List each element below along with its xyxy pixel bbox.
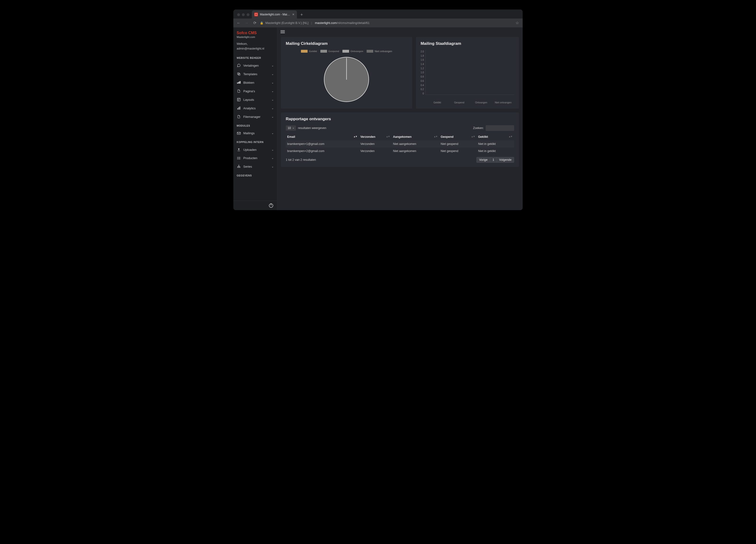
chevron-down-icon: ⌄ [272, 148, 274, 151]
tab-close-icon[interactable]: ✕ [292, 13, 295, 16]
chevron-down-icon: ⌄ [272, 107, 274, 110]
table-header[interactable]: Aangekomen▲▼ [392, 133, 439, 140]
new-tab-button[interactable]: + [298, 11, 305, 18]
sidebar-item-blokken[interactable]: Blokken⌄ [233, 78, 277, 87]
ytick: 2.0 [421, 50, 424, 53]
pager-prev[interactable]: Vorige [476, 157, 490, 163]
svg-rect-10 [240, 106, 240, 110]
chevron-down-icon: ⌄ [272, 73, 274, 76]
sidebar-item-label: Templates [243, 72, 257, 76]
ytick: 0.4 [421, 84, 424, 87]
col-label: Aangekomen [393, 135, 412, 138]
ytick: 1.8 [421, 55, 424, 57]
cell-email: bramkempen+1@gmail.com [286, 140, 359, 148]
legend-item[interactable]: Geklikt [301, 50, 317, 53]
length-select[interactable]: 10 [286, 125, 296, 131]
table-header[interactable]: Verzonden▲▼ [359, 133, 392, 140]
main-area: Mailing Cirkeldiagram GekliktGeopendOntv… [277, 28, 523, 210]
svg-rect-19 [239, 165, 239, 166]
sidebar-item-producten[interactable]: Producten⌄ [233, 154, 277, 162]
power-icon[interactable] [269, 203, 273, 208]
svg-rect-8 [237, 108, 238, 110]
cell-geopend: Niet geopend [439, 148, 477, 155]
tab-strip: Masterlight.com - Mail gegev… ✕ + [233, 9, 523, 18]
nav-reload-button[interactable]: ⟳ [252, 21, 258, 25]
legend-label: Geklikt [309, 50, 317, 53]
sort-icon: ▲▼ [508, 135, 512, 138]
bars-icon [237, 106, 241, 110]
nav-back-button[interactable]: ← [236, 21, 241, 25]
window-zoom-dot[interactable] [247, 13, 249, 16]
bar-plot [425, 50, 514, 95]
chevron-down-icon: ⌄ [272, 132, 274, 135]
browser-tab[interactable]: Masterlight.com - Mail gegev… ✕ [252, 10, 297, 18]
sidebar-item-label: Series [243, 165, 252, 168]
table-header[interactable]: Geklikt▲▼ [477, 133, 514, 140]
window-minimize-dot[interactable] [242, 13, 245, 16]
legend-item[interactable]: Ontvangen [342, 50, 363, 53]
pager-next[interactable]: Volgende [497, 157, 514, 163]
search-input[interactable] [486, 125, 514, 131]
col-label: Verzonden [360, 135, 375, 138]
sidebar-item-mailings[interactable]: Mailings⌄ [233, 129, 277, 137]
chevron-down-icon: ⌄ [272, 90, 274, 93]
table-header[interactable]: Geopend▲▼ [439, 133, 477, 140]
window-controls[interactable] [236, 13, 252, 18]
sidebar-item-label: Uploaden [243, 148, 257, 152]
sidebar-section-label: WEBSITE BEHEER [233, 53, 277, 61]
url-separator: | [310, 21, 313, 25]
sort-icon: ▲▼ [433, 135, 437, 138]
col-label: Geklikt [478, 135, 488, 138]
chevron-down-icon: ⌄ [272, 64, 274, 67]
table-info: 1 tot 2 van 2 resultaten [286, 158, 316, 161]
ytick: 1.4 [421, 63, 424, 65]
table-title: Rapportage ontvangers [286, 117, 514, 121]
sidebar-item-series[interactable]: Series⌄ [233, 162, 277, 171]
svg-rect-4 [240, 81, 241, 84]
sidebar-item-uploaden[interactable]: Uploaden⌄ [233, 145, 277, 154]
brand-block: Sofco CMS Masterlight.com [233, 28, 277, 40]
xtick: Geopend [448, 101, 470, 104]
svg-rect-22 [240, 167, 240, 168]
sidebar-item-analytics[interactable]: Analytics⌄ [233, 104, 277, 112]
card-table: Rapportage ontvangers 10 resultaten weer… [281, 112, 519, 167]
window-close-dot[interactable] [237, 13, 240, 16]
ytick: 0.8 [421, 75, 424, 78]
svg-point-17 [237, 159, 238, 159]
sidebar-item-vertalingen[interactable]: Vertalingen⌄ [233, 61, 277, 70]
topbar [277, 28, 523, 36]
browser-window: Masterlight.com - Mail gegev… ✕ + ← → ⟳ … [233, 9, 523, 210]
chevron-down-icon: ⌄ [272, 81, 274, 84]
hamburger-icon[interactable] [281, 30, 285, 33]
chevron-down-icon: ⌄ [272, 115, 274, 118]
table-header[interactable]: Email▲▼ [286, 133, 359, 140]
legend-swatch [320, 50, 327, 53]
nav-forward-button[interactable]: → [244, 21, 249, 25]
blocks-icon [237, 81, 241, 84]
svg-rect-11 [237, 132, 240, 134]
pie-chart [324, 57, 369, 102]
col-label: Email [287, 135, 295, 138]
legend-item[interactable]: Niet ontvangen [367, 50, 392, 53]
cell-geopend: Niet geopend [439, 140, 477, 148]
legend-label: Niet ontvangen [375, 50, 392, 53]
col-label: Geopend [441, 135, 453, 138]
sidebar-item-templates[interactable]: Templates⌄ [233, 70, 277, 78]
xtick: Geklikt [426, 101, 448, 104]
sidebar-item-filemanager[interactable]: Filemanager⌄ [233, 112, 277, 121]
address-bar-row: ← → ⟳ 🔒 Masterlight (Eurolight B.V.) [NL… [233, 18, 523, 28]
recipients-table: Email▲▼Verzonden▲▼Aangekomen▲▼Geopend▲▼G… [286, 133, 514, 155]
legend-swatch [367, 50, 373, 53]
sidebar-item-layouts[interactable]: Layouts⌄ [233, 95, 277, 104]
url-bar[interactable]: 🔒 Masterlight (Eurolight B.V.) [NL] | ma… [260, 21, 513, 25]
legend-item[interactable]: Geopend [320, 50, 339, 53]
svg-rect-2 [237, 83, 238, 84]
layout-icon [237, 98, 241, 101]
pager-page[interactable]: 1 [490, 157, 497, 163]
svg-rect-12 [238, 151, 240, 151]
sidebar-item-label: Blokken [243, 81, 254, 84]
bookmark-star-icon[interactable]: ☆ [516, 21, 520, 25]
bar-title: Mailing Staafdiagram [421, 41, 514, 46]
sidebar-item-pagina-s[interactable]: Pagina's⌄ [233, 87, 277, 95]
cell-aangekomen: Niet aangekomen [392, 148, 439, 155]
